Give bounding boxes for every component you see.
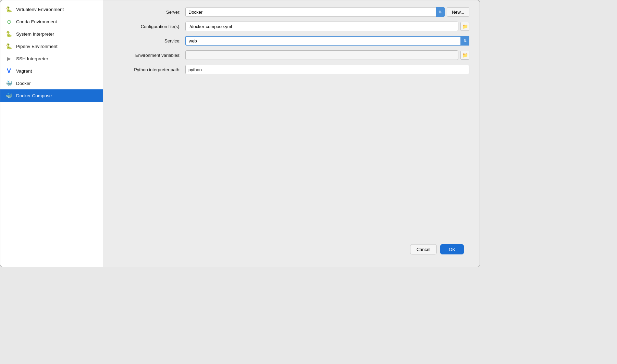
- dialog-footer: Cancel OK: [113, 240, 469, 260]
- conda-icon: ⊙: [5, 18, 13, 25]
- config-input[interactable]: [185, 22, 458, 31]
- vagrant-icon: V: [5, 67, 13, 75]
- sidebar-item-pipenv[interactable]: 🐍 Pipenv Environment: [0, 40, 103, 52]
- python-path-label: Python interpreter path:: [113, 67, 185, 72]
- ssh-icon: ▶: [5, 55, 13, 62]
- sidebar-item-label: Virtualenv Environment: [16, 7, 64, 12]
- system-icon: 🐍: [5, 30, 13, 38]
- config-row: Configuration file(s): 📁: [113, 22, 469, 31]
- config-label: Configuration file(s):: [113, 24, 185, 29]
- sidebar-item-ssh[interactable]: ▶ SSH Interpreter: [0, 52, 103, 65]
- sidebar-item-label: Conda Environment: [16, 19, 57, 24]
- ok-button[interactable]: OK: [440, 244, 464, 254]
- sidebar-item-conda[interactable]: ⊙ Conda Environment: [0, 15, 103, 28]
- new-server-button[interactable]: New...: [447, 7, 469, 17]
- sidebar: 🐍 Virtualenv Environment ⊙ Conda Environ…: [0, 0, 103, 267]
- service-row: Service: ⇅: [113, 36, 469, 46]
- python-path-input[interactable]: [185, 65, 469, 74]
- config-control: 📁: [185, 22, 469, 31]
- sidebar-item-label: SSH Interpreter: [16, 56, 48, 61]
- server-row: Server: Docker ⇅ New...: [113, 7, 469, 17]
- virtualenv-icon: 🐍: [5, 5, 13, 13]
- service-label: Service:: [113, 38, 185, 43]
- server-select[interactable]: Docker: [185, 7, 445, 17]
- service-select-wrap: ⇅: [185, 36, 469, 46]
- service-input[interactable]: [185, 36, 469, 46]
- env-input[interactable]: [185, 50, 458, 60]
- sidebar-item-label: Docker: [16, 81, 31, 86]
- server-label: Server:: [113, 10, 185, 15]
- cancel-button[interactable]: Cancel: [410, 244, 437, 254]
- form-area: Server: Docker ⇅ New... Configuration fi: [113, 7, 469, 240]
- sidebar-item-label: Vagrant: [16, 68, 32, 74]
- pipenv-icon: 🐍: [5, 42, 13, 50]
- env-row: Environment variables: 📁: [113, 50, 469, 60]
- env-browse-button[interactable]: 📁: [460, 51, 469, 60]
- folder-icon: 📁: [462, 52, 468, 58]
- docker-compose-icon: 🐳: [5, 92, 13, 99]
- env-label: Environment variables:: [113, 53, 185, 58]
- main-content: Server: Docker ⇅ New... Configuration fi: [103, 0, 480, 267]
- sidebar-item-docker-compose[interactable]: 🐳 Docker Compose: [0, 89, 103, 102]
- sidebar-item-vagrant[interactable]: V Vagrant: [0, 65, 103, 77]
- python-path-control: [185, 65, 469, 74]
- sidebar-item-virtualenv[interactable]: 🐍 Virtualenv Environment: [0, 3, 103, 15]
- server-control: Docker ⇅ New...: [185, 7, 469, 17]
- sidebar-item-docker[interactable]: 🐳 Docker: [0, 77, 103, 89]
- sidebar-item-label: Pipenv Environment: [16, 44, 58, 49]
- config-browse-button[interactable]: 📁: [460, 22, 469, 31]
- env-control: 📁: [185, 50, 469, 60]
- sidebar-item-label: Docker Compose: [16, 93, 52, 98]
- folder-icon: 📁: [462, 24, 468, 29]
- sidebar-item-system[interactable]: 🐍 System Interpreter: [0, 28, 103, 40]
- docker-icon: 🐳: [5, 79, 13, 87]
- server-select-wrap: Docker ⇅: [185, 7, 445, 17]
- sidebar-item-label: System Interpreter: [16, 32, 54, 37]
- service-control: ⇅: [185, 36, 469, 46]
- python-path-row: Python interpreter path:: [113, 65, 469, 74]
